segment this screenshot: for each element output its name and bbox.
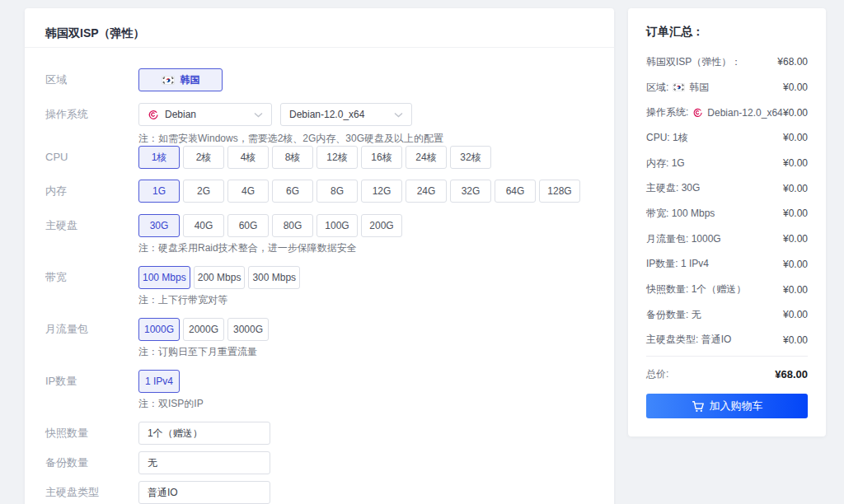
summary-row-ip: IP数量: 1 IPv4 ¥0.00 [646,252,808,278]
cpu-option[interactable]: 24核 [406,146,447,169]
disk-option[interactable]: 100G [316,214,358,237]
config-row-memory: 内存 1G 2G 4G 6G 8G 12G 24G 32G 64G 128G [45,180,598,203]
backup-count-value: 无 [148,456,157,470]
config-row-cpu: CPU 1核 2核 4核 8核 12核 16核 24核 32核 [45,146,598,169]
memory-option[interactable]: 64G [495,180,536,203]
product-config-card: 韩国双ISP（弹性） 区域 [25,8,614,504]
disk-note: 注：硬盘采用Raid技术整合，进一步保障数据安全 [138,241,357,255]
memory-option[interactable]: 6G [272,180,313,203]
memory-option[interactable]: 32G [450,180,491,203]
summary-row-product: 韩国双ISP（弹性）： ¥68.00 [646,49,808,75]
snapshot-label: 快照数量 [45,422,138,445]
summary-row-os: 操作系统: Debian-12.0_x64 ¥0.00 [646,100,808,125]
cpu-label: CPU [45,146,138,169]
bandwidth-option[interactable]: 200 Mbps [194,266,246,289]
disk-type-field[interactable]: 普通IO [138,481,270,504]
summary-total-row: 总价: ¥68.00 [646,358,808,390]
backup-count-field[interactable]: 无 [138,451,270,474]
summary-price: ¥68.00 [777,56,808,68]
disk-label: 主硬盘 [45,214,138,237]
cpu-option[interactable]: 4核 [227,146,269,169]
summary-label: 区域: 韩国 [646,81,709,95]
config-row-snapshot: 快照数量 1个（赠送） [45,422,598,445]
total-label: 总价: [646,367,668,381]
title-divider [25,47,614,48]
debian-logo-icon [692,107,703,118]
os-family-select[interactable]: Debian [138,103,272,126]
backup-label: 备份数量 [45,451,138,474]
region-option-label: 韩国 [181,73,200,87]
cpu-option[interactable]: 1核 [138,146,180,169]
cart-icon [692,400,704,413]
os-family-value: Debian [165,109,196,120]
os-label: 操作系统 [45,103,138,126]
order-summary-title: 订单汇总： [646,20,808,49]
traffic-option[interactable]: 2000G [183,318,224,341]
chevron-down-icon [394,112,403,118]
cpu-option[interactable]: 12核 [316,146,358,169]
bandwidth-option[interactable]: 100 Mbps [138,266,190,289]
snapshot-count-field[interactable]: 1个（赠送） [138,422,270,445]
debian-logo-icon [148,109,159,120]
summary-row-cpu: CPU: 1核 ¥0.00 [646,125,808,151]
bandwidth-label: 带宽 [45,266,138,289]
config-row-traffic: 月流量包 1000G 2000G 3000G [45,318,598,341]
add-to-cart-button[interactable]: 加入购物车 [646,394,808,418]
traffic-option[interactable]: 3000G [227,318,269,341]
disk-option[interactable]: 40G [183,214,224,237]
korea-flag-icon [162,76,175,85]
memory-option[interactable]: 128G [539,180,580,203]
config-row-bandwidth: 带宽 100 Mbps 200 Mbps 300 Mbps [45,266,598,289]
memory-option[interactable]: 2G [183,180,224,203]
summary-row-disk-type: 主硬盘类型: 普通IO ¥0.00 [646,328,808,353]
memory-option[interactable]: 4G [227,180,269,203]
disk-option[interactable]: 200G [361,214,402,237]
summary-divider [646,356,808,357]
traffic-note: 注：订购日至下月重置流量 [138,345,257,359]
os-version-select[interactable]: Debian-12.0_x64 [280,103,412,126]
summary-row-backup: 备份数量: 无 ¥0.00 [646,302,808,328]
memory-option[interactable]: 1G [138,180,180,203]
ip-option[interactable]: 1 IPv4 [138,370,180,393]
summary-row-bandwidth: 带宽: 100 Mbps ¥0.00 [646,201,808,226]
summary-row-region: 区域: 韩国 ¥0.00 [646,75,808,100]
total-price: ¥68.00 [775,368,808,380]
traffic-option[interactable]: 1000G [138,318,180,341]
disk-option[interactable]: 60G [227,214,269,237]
summary-label: 操作系统: Debian-12.0_x64 [646,105,783,119]
disk-option[interactable]: 80G [272,214,313,237]
os-note: 注：如需安装Windows，需要选2核、2G内存、30G硬盘及以上的配置 [138,132,443,146]
config-row-backup: 备份数量 无 [45,451,598,474]
cpu-option[interactable]: 16核 [361,146,402,169]
memory-option[interactable]: 12G [361,180,402,203]
ip-note: 注：双ISP的IP [138,397,204,411]
disk-option[interactable]: 30G [138,214,180,237]
memory-option[interactable]: 24G [406,180,447,203]
memory-option[interactable]: 8G [316,180,358,203]
memory-label: 内存 [45,180,138,203]
config-row-disk-type: 主硬盘类型 普通IO [45,481,598,504]
os-version-value: Debian-12.0_x64 [289,109,364,120]
bandwidth-option[interactable]: 300 Mbps [248,266,300,289]
summary-row-traffic: 月流量包: 1000G ¥0.00 [646,226,808,252]
summary-row-memory: 内存: 1G ¥0.00 [646,151,808,176]
order-summary-card: 订单汇总： 韩国双ISP（弹性）： ¥68.00 区域: [628,8,826,436]
korea-flag-icon [673,83,685,91]
traffic-label: 月流量包 [45,318,138,341]
snapshot-count-value: 1个（赠送） [148,427,203,441]
summary-price: ¥0.00 [783,107,808,119]
disk-type-value: 普通IO [148,486,178,500]
summary-price: ¥0.00 [783,82,808,93]
region-option-korea[interactable]: 韩国 [138,68,223,91]
add-to-cart-label: 加入购物车 [710,399,763,413]
bandwidth-note: 注：上下行带宽对等 [138,293,227,307]
cpu-option[interactable]: 32核 [450,146,491,169]
chevron-down-icon [254,112,263,118]
cpu-option[interactable]: 8核 [272,146,313,169]
cpu-option[interactable]: 2核 [183,146,224,169]
config-row-os: 操作系统 Debian Debian-12.0_x64 [45,103,598,126]
config-row-ip: IP数量 1 IPv4 [45,370,598,393]
summary-row-snapshot: 快照数量: 1个（赠送） ¥0.00 [646,277,808,302]
summary-label: 韩国双ISP（弹性）： [646,55,741,69]
summary-row-disk: 主硬盘: 30G ¥0.00 [646,175,808,201]
